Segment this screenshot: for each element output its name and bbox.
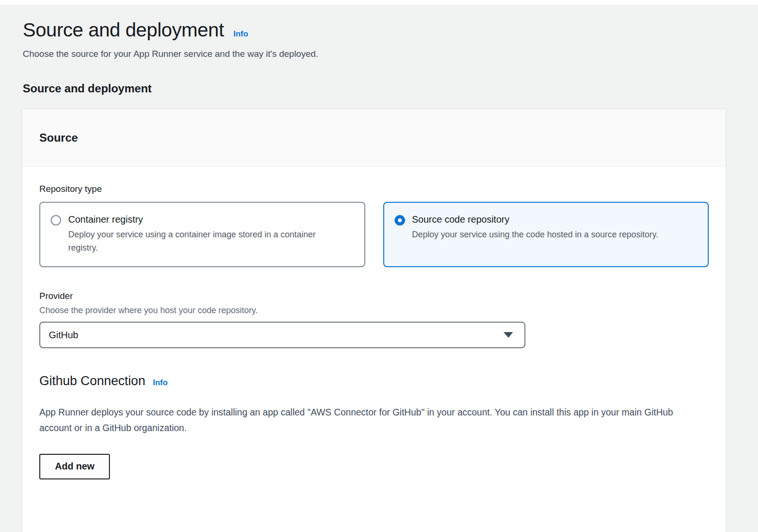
repository-type-tiles: Container registry Deploy your service u… (39, 202, 709, 267)
caret-down-icon (504, 332, 513, 338)
github-connection-heading: Github Connection (39, 374, 145, 388)
source-panel: Source Repository type Container registr… (22, 108, 726, 532)
tile-text: Container registry Deploy your service u… (68, 214, 326, 255)
github-connection-section: Github Connection Info App Runner deploy… (39, 374, 709, 479)
provider-field: Provider Choose the provider where you h… (39, 291, 709, 348)
source-panel-header: Source (22, 109, 726, 167)
repository-type-label: Repository type (39, 184, 709, 194)
source-and-deployment-page: Source and deployment Info Choose the so… (0, 5, 758, 532)
github-connection-header: Github Connection Info (39, 374, 709, 388)
source-panel-body: Repository type Container registry Deplo… (22, 167, 726, 479)
provider-description: Choose the provider where you host your … (39, 306, 709, 316)
page-title: Source and deployment (23, 19, 224, 41)
tile-text: Source code repository Deploy your servi… (412, 214, 659, 242)
page-subtitle: Choose the source for your App Runner se… (23, 49, 735, 59)
provider-selected-value: GitHub (49, 330, 78, 341)
section-heading: Source and deployment (23, 82, 735, 95)
tile-container-registry-title: Container registry (68, 214, 326, 225)
page-header: Source and deployment Info (23, 19, 735, 41)
tile-container-registry-description: Deploy your service using a container im… (68, 228, 326, 255)
add-new-button[interactable]: Add new (39, 454, 110, 479)
radio-source-code-repository[interactable] (395, 215, 405, 225)
window-top-edge (0, 0, 758, 5)
source-panel-title: Source (39, 131, 78, 144)
tile-source-code-repository-title: Source code repository (412, 214, 659, 225)
tile-source-code-repository-description: Deploy your service using the code hoste… (412, 228, 659, 242)
github-connection-info-link[interactable]: Info (153, 378, 168, 388)
provider-label: Provider (39, 291, 709, 301)
github-connection-description: App Runner deploys your source code by i… (39, 405, 691, 436)
provider-select[interactable]: GitHub (39, 322, 525, 348)
tile-source-code-repository[interactable]: Source code repository Deploy your servi… (383, 202, 709, 267)
page-title-info-link[interactable]: Info (234, 29, 248, 39)
tile-container-registry[interactable]: Container registry Deploy your service u… (39, 202, 365, 267)
radio-container-registry[interactable] (51, 215, 61, 225)
